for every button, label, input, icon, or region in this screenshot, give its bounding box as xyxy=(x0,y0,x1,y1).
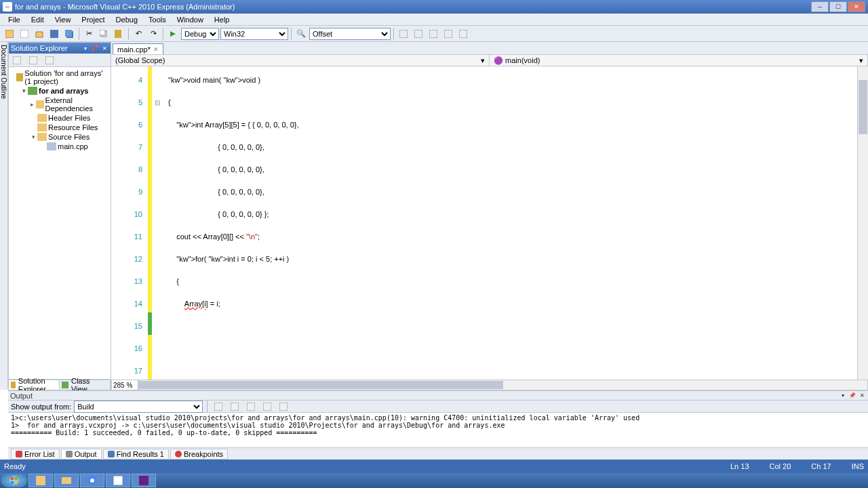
add-item-icon[interactable] xyxy=(18,27,31,41)
task-explorer[interactable] xyxy=(28,474,53,487)
properties-icon[interactable] xyxy=(10,54,24,67)
scroll-thumb[interactable] xyxy=(859,80,867,134)
new-project-icon[interactable] xyxy=(3,27,16,41)
menu-help[interactable]: Help xyxy=(209,14,235,25)
save-icon[interactable] xyxy=(47,27,61,41)
menu-tools[interactable]: Tools xyxy=(143,14,172,25)
minimize-button[interactable]: ─ xyxy=(811,1,829,12)
platform-combo[interactable]: Win32 xyxy=(220,28,288,40)
copy-icon[interactable] xyxy=(97,27,111,41)
task-vs[interactable] xyxy=(132,474,156,487)
refresh-icon[interactable] xyxy=(43,54,56,67)
output-source-combo[interactable]: Build xyxy=(74,401,203,413)
doc-tab-close-icon[interactable]: ✕ xyxy=(153,46,159,53)
tab-label: Find Results 1 xyxy=(117,450,164,458)
fold-strip: ⊟ xyxy=(152,66,163,380)
tree-file-main[interactable]: main.cpp xyxy=(10,142,109,151)
vertical-scrollbar[interactable] xyxy=(857,66,868,380)
task-folder[interactable] xyxy=(54,474,79,487)
start-debug-icon[interactable] xyxy=(166,27,180,41)
panel-dropdown-icon[interactable]: ▾ xyxy=(839,392,847,400)
tab-breakpoints[interactable]: Breakpoints xyxy=(170,449,228,460)
redo-icon[interactable]: ↷ xyxy=(146,27,160,41)
tab-output[interactable]: Output xyxy=(61,449,102,460)
tree-folder-source[interactable]: ▾Source Files xyxy=(10,132,109,142)
tool-icon-c[interactable] xyxy=(427,27,440,41)
maximize-button[interactable]: ☐ xyxy=(829,1,847,12)
tab-error-list[interactable]: Error List xyxy=(11,449,60,460)
tool-icon-a[interactable] xyxy=(397,27,410,41)
tree-folder-header[interactable]: Header Files xyxy=(10,113,109,123)
tree-folder-resource[interactable]: Resource Files xyxy=(10,123,109,132)
tab-class-view[interactable]: Class View xyxy=(60,380,111,390)
svg-rect-7 xyxy=(115,30,121,38)
panel-dropdown-icon[interactable]: ▾ xyxy=(81,44,90,52)
find-icon[interactable]: 🔍 xyxy=(294,27,308,41)
svg-rect-29 xyxy=(62,477,71,484)
open-icon[interactable] xyxy=(33,27,46,41)
doc-tab-main[interactable]: main.cpp* ✕ xyxy=(113,43,163,54)
tree-solution[interactable]: Solution 'for and arrays' (1 project) xyxy=(10,68,109,86)
tree-project[interactable]: ▾for and arrays xyxy=(10,86,109,96)
undo-icon[interactable]: ↶ xyxy=(132,27,145,41)
taskbar xyxy=(0,473,868,488)
menubar: File Edit View Project Debug Tools Windo… xyxy=(0,14,868,26)
code-editor[interactable]: 4567891011121314151617 ⊟ "kw">void main(… xyxy=(111,66,868,380)
menu-view[interactable]: View xyxy=(50,14,77,25)
solution-tree[interactable]: Solution 'for and arrays' (1 project) ▾f… xyxy=(9,67,111,379)
scroll-thumb[interactable] xyxy=(139,381,503,389)
horizontal-scrollbar[interactable] xyxy=(138,380,868,390)
output-tool-4[interactable] xyxy=(260,400,274,413)
tree-label: Header Files xyxy=(48,114,90,122)
task-chrome[interactable] xyxy=(80,474,104,487)
output-tool-1[interactable] xyxy=(212,400,225,413)
output-text[interactable]: 1>c:\users\user\documents\visual studio … xyxy=(8,413,868,447)
solution-explorer-title: Solution Explorer ▾ 📌 ✕ xyxy=(9,43,111,54)
cut-icon[interactable]: ✂ xyxy=(82,27,96,41)
line-number-gutter: 4567891011121314151617 xyxy=(111,66,148,380)
paste-icon[interactable] xyxy=(112,27,125,41)
close-button[interactable]: ✕ xyxy=(848,1,865,12)
output-toolbar: Show output from: Build xyxy=(8,401,868,413)
panel-close-icon[interactable]: ✕ xyxy=(100,44,108,52)
config-combo[interactable]: Debug xyxy=(181,28,219,40)
titlebar: ∞ for and arrays - Microsoft Visual C++ … xyxy=(0,0,868,14)
tool-icon-b[interactable] xyxy=(412,27,425,41)
offset-combo[interactable]: Offset xyxy=(309,28,391,40)
tab-solution-explorer[interactable]: Solution Explorer xyxy=(9,380,60,390)
svg-rect-25 xyxy=(15,477,18,480)
menu-project[interactable]: Project xyxy=(76,14,110,25)
tree-folder-external[interactable]: ▸External Dependencies xyxy=(10,96,109,113)
panel-close-icon[interactable]: ✕ xyxy=(858,392,866,400)
output-panel: Output ▾ 📌 ✕ Show output from: Build 1>c… xyxy=(8,390,868,447)
task-paint[interactable] xyxy=(106,474,130,487)
output-tool-3[interactable] xyxy=(244,400,258,413)
tab-label: Breakpoints xyxy=(184,450,223,458)
panel-pin-icon[interactable]: 📌 xyxy=(91,44,99,52)
svg-rect-2 xyxy=(50,30,58,38)
svg-rect-17 xyxy=(45,56,54,64)
menu-window[interactable]: Window xyxy=(172,14,209,25)
save-all-icon[interactable] xyxy=(62,27,76,41)
menu-edit[interactable]: Edit xyxy=(26,14,50,25)
start-button[interactable] xyxy=(1,474,27,487)
scope-bar: (Global Scope)▾ 🟣 main(void)▾ xyxy=(111,54,868,66)
editor-area: main.cpp* ✕ (Global Scope)▾ 🟣 main(void)… xyxy=(111,42,868,380)
svg-rect-22 xyxy=(279,403,288,411)
code-body[interactable]: "kw">void main( "kw">void ){ "kw">int Ar… xyxy=(163,66,857,380)
svg-rect-0 xyxy=(5,30,14,38)
document-outline-strip[interactable]: Document Outline xyxy=(0,42,8,390)
scope-left-combo[interactable]: (Global Scope)▾ xyxy=(111,55,490,66)
bottom-tabs: Error List Output Find Results 1 Breakpo… xyxy=(8,447,868,460)
output-tool-2[interactable] xyxy=(228,400,241,413)
tool-icon-d[interactable] xyxy=(441,27,455,41)
show-all-icon[interactable] xyxy=(26,54,40,67)
output-tool-5[interactable] xyxy=(277,400,290,413)
scope-right-combo[interactable]: 🟣 main(void)▾ xyxy=(490,55,868,66)
zoom-level[interactable]: 285 % xyxy=(111,380,138,390)
panel-pin-icon[interactable]: 📌 xyxy=(848,392,856,400)
menu-debug[interactable]: Debug xyxy=(111,14,143,25)
tool-icon-e[interactable] xyxy=(456,27,470,41)
menu-file[interactable]: File xyxy=(3,14,26,25)
tab-find-results[interactable]: Find Results 1 xyxy=(103,449,169,460)
